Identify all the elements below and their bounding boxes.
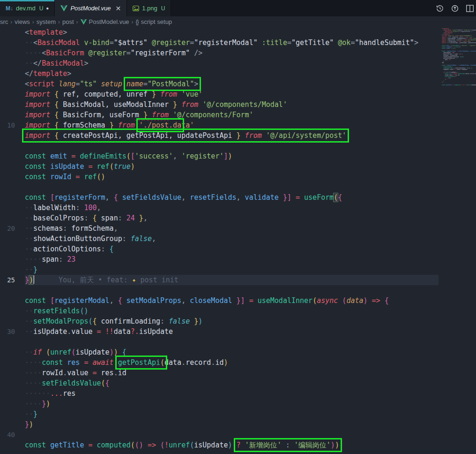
- code-line: const emit = defineEmits(['success', 're…: [0, 151, 439, 161]
- breadcrumb-item-system[interactable]: system: [37, 18, 56, 25]
- line-number: [0, 110, 25, 120]
- code-line: [0, 285, 439, 295]
- annotation-box: import { createPostApi, getPostApi, upda…: [442, 42, 476, 44]
- code-line: ··setModalProps({ confirmLoading: false …: [0, 316, 439, 326]
- code-line: ··baseColProps: { span: 24 },: [0, 213, 439, 223]
- line-number: [0, 295, 25, 306]
- line-number: [0, 89, 25, 99]
- editor-actions: [436, 0, 476, 16]
- line-number: [0, 306, 25, 316]
- line-number: 10: [0, 120, 25, 130]
- chevron-right-icon: ›: [10, 19, 12, 25]
- line-number: [0, 378, 25, 388]
- annotation-box: ? '新增岗位' : '编辑岗位')): [237, 441, 339, 449]
- code-lines: <template>··<BasicModal v-bind="$attrs" …: [0, 27, 439, 450]
- code-line: import { BasicForm, useForm } from '@/co…: [0, 110, 439, 120]
- line-number: [0, 68, 25, 79]
- markdown-icon: M↓: [6, 5, 13, 12]
- breadcrumb: src › views › system › post › PostModel.…: [0, 16, 474, 27]
- code-line: const getTitle = computed(() => (!unref(…: [0, 440, 439, 450]
- line-number: [0, 192, 25, 203]
- code-line: [0, 141, 439, 151]
- line-number: [0, 79, 25, 89]
- line-number: [0, 347, 25, 357]
- code-line: ··}: [0, 265, 439, 275]
- line-number: [0, 357, 25, 368]
- code-line: import { BasicModal, useModalInner } fro…: [0, 99, 439, 110]
- code-editor[interactable]: <template>··<BasicModal v-bind="$attrs" …: [0, 27, 476, 454]
- line-number: [0, 141, 25, 151]
- code-line: const rowId = ref(): [0, 172, 439, 182]
- code-line: ··</BasicModal>: [0, 58, 439, 68]
- line-number: [0, 182, 25, 192]
- breadcrumb-item-file[interactable]: PostModel.vue: [89, 18, 129, 25]
- tab-dev-md[interactable]: M↓ dev.md U ●: [0, 0, 55, 16]
- code-line: ····}): [0, 399, 439, 409]
- breadcrumb-item-post[interactable]: post: [62, 18, 74, 25]
- breadcrumb-item-symbol[interactable]: script setup: [141, 18, 172, 25]
- git-blame-annotation: You, 前天 • feat: ✦ post init: [59, 276, 178, 284]
- sparkles-icon: ✦: [132, 276, 136, 284]
- annotation-box: import { createPostApi, getPostApi, upda…: [25, 131, 346, 140]
- code-line: const [registerForm, { setFieldsValue, r…: [0, 192, 439, 203]
- code-line: <script lang="ts" setup name="PostModal"…: [0, 79, 439, 89]
- code-line: ··labelWidth: 100,: [0, 203, 439, 213]
- history-icon[interactable]: [436, 4, 444, 13]
- line-number: [0, 38, 25, 48]
- line-number: [0, 27, 25, 38]
- code-line: 30··isUpdate.value = !!data?.isUpdate: [0, 326, 439, 337]
- line-number: [0, 58, 25, 68]
- chevron-right-icon: ›: [58, 19, 60, 25]
- line-number: [0, 440, 25, 450]
- minimap[interactable]: <template>··<BasicModal v-bind="$attrs" …: [440, 27, 476, 454]
- git-status-badge: U: [161, 5, 165, 12]
- annotation-box: getPostApi(: [118, 358, 164, 367]
- line-number: [0, 213, 25, 223]
- chevron-right-icon: ›: [132, 19, 134, 25]
- code-line: 40: [0, 430, 439, 440]
- tab-postmodel-vue[interactable]: PostModel.vue ✕: [55, 0, 127, 16]
- tab-label: dev.md: [16, 5, 36, 12]
- line-number: [0, 172, 25, 182]
- code-line: ····<BasicForm @register="registerForm" …: [0, 48, 439, 58]
- code-line: import { ref, computed, unref } from 'vu…: [0, 89, 439, 99]
- line-number: 20: [0, 223, 25, 234]
- line-number: [0, 130, 25, 141]
- tab-1-png[interactable]: 1.png U: [127, 0, 171, 16]
- line-number: [0, 203, 25, 213]
- line-number: [0, 388, 25, 399]
- line-number: [0, 234, 25, 244]
- code-line: ····span: 23: [0, 254, 439, 265]
- tab-accent-bar: [0, 0, 54, 1]
- breadcrumb-item-views[interactable]: views: [15, 18, 30, 25]
- split-editor-icon[interactable]: [466, 4, 474, 13]
- annotation-box: './post.da: [139, 121, 181, 129]
- breadcrumb-item-src[interactable]: src: [0, 18, 8, 25]
- code-line: ··}: [0, 409, 439, 419]
- git-status-badge: U: [39, 5, 44, 12]
- code-line: ······...res: [0, 388, 439, 399]
- code-line: 20··schemas: formSchema,: [0, 223, 439, 234]
- chevron-right-icon: ›: [32, 19, 34, 25]
- line-number: [0, 285, 25, 295]
- code-line: ··actionColOptions: {: [0, 244, 439, 254]
- code-line: </template>: [0, 68, 439, 79]
- braces-icon: {}: [136, 19, 139, 25]
- line-number: 40: [0, 430, 25, 440]
- code-line: 10import { formSchema } from './post.dat…: [0, 120, 439, 130]
- code-line: }): [0, 419, 439, 430]
- tab-label: 1.png: [142, 5, 157, 12]
- code-line: ····const res = await getPostApi(data.re…: [0, 357, 439, 368]
- text-cursor: [33, 275, 34, 284]
- vue-icon: [60, 5, 67, 12]
- close-icon[interactable]: ✕: [115, 5, 121, 12]
- code-line: ····rowId.value = res.id: [0, 368, 439, 378]
- line-number: [0, 254, 25, 265]
- modified-dot-icon[interactable]: ●: [46, 6, 49, 11]
- line-number: [0, 368, 25, 378]
- line-number: 30: [0, 326, 25, 337]
- line-number: [0, 316, 25, 326]
- run-icon[interactable]: [451, 4, 459, 13]
- code-line: const [registerModal, { setModalProps, c…: [0, 295, 439, 306]
- line-number: [0, 99, 25, 110]
